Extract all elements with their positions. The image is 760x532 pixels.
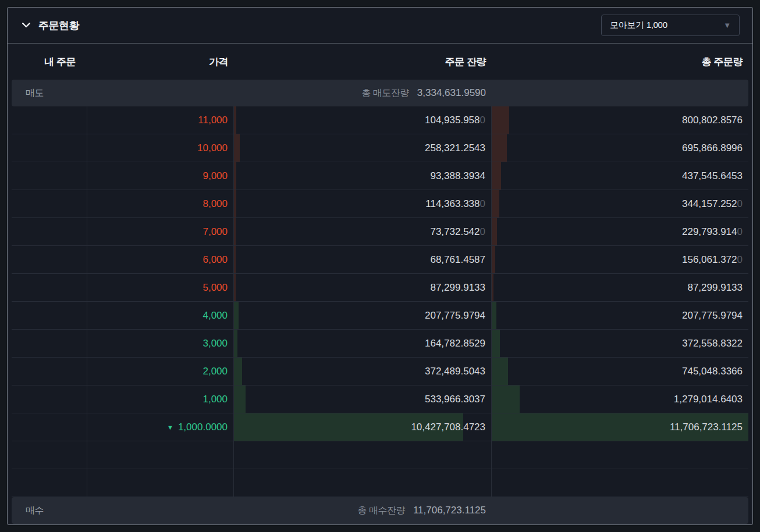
orderbook-table: 내 주문 가격 주문 잔량 총 주문량 매도 총 매도잔량 3,334,631.… <box>12 44 748 524</box>
header-my-order: 내 주문 <box>12 55 87 69</box>
remaining-qty-cell <box>234 469 492 497</box>
remaining-depth-bar <box>234 358 242 385</box>
orderbook-row[interactable]: 7,000 73,732.5420 229,793.9140 <box>12 218 748 246</box>
remaining-depth-bar <box>234 190 236 217</box>
remaining-depth-bar <box>234 302 239 329</box>
header-remaining: 주문 잔량 <box>234 55 492 69</box>
remaining-depth-bar <box>234 106 236 134</box>
price-value: 8,000 <box>203 198 228 210</box>
price-cell[interactable] <box>87 441 234 469</box>
collapse-chevron-icon[interactable] <box>22 21 31 30</box>
my-order-cell <box>12 218 87 245</box>
price-cell[interactable]: 10,000 <box>87 134 234 162</box>
price-value: 7,000 <box>203 226 228 238</box>
header-total-volume: 총 주문량 <box>492 55 748 69</box>
group-view-dropdown[interactable]: 모아보기 1,000 ▼ <box>601 15 740 36</box>
total-qty-cell <box>492 469 748 497</box>
my-order-cell <box>12 106 87 134</box>
price-cell[interactable]: 9,000 <box>87 162 234 190</box>
price-value: 3,000 <box>203 338 228 349</box>
price-cell[interactable]: 8,000 <box>87 190 234 217</box>
sell-side-label: 매도 <box>12 87 44 99</box>
my-order-cell <box>12 162 87 190</box>
price-cell[interactable]: 4,000 <box>87 302 234 329</box>
my-order-cell <box>12 469 87 497</box>
orderbook-empty-row <box>12 441 748 469</box>
price-value: 1,000.0000 <box>178 422 228 433</box>
my-order-cell <box>12 441 87 469</box>
sell-total-group: 총 매도잔량 3,334,631.9590 <box>361 87 486 99</box>
my-order-cell <box>12 358 87 385</box>
price-cell[interactable]: 7,000 <box>87 218 234 245</box>
orderbook-row[interactable]: 10,000 258,321.2543 695,866.8996 <box>12 134 748 162</box>
orderbook-row[interactable]: 11,000 104,935.9580 800,802.8576 <box>12 106 748 134</box>
orderbook-row[interactable]: ▼ 1,000.0000 10,427,708.4723 11,706,723.… <box>12 413 748 441</box>
remaining-qty-cell: 10,427,708.4723 <box>234 413 492 441</box>
price-value: 10,000 <box>197 142 228 154</box>
remaining-qty-cell: 87,299.9133 <box>234 274 492 301</box>
total-qty-cell: 1,279,014.6403 <box>492 385 748 413</box>
price-cell[interactable]: 5,000 <box>87 274 234 301</box>
sell-total-label: 총 매도잔량 <box>361 87 409 99</box>
remaining-depth-bar <box>234 385 246 413</box>
price-value: 4,000 <box>203 310 228 322</box>
caret-down-icon: ▼ <box>723 22 731 29</box>
my-order-cell <box>12 330 87 357</box>
total-depth-bar <box>492 330 500 357</box>
header-price: 가격 <box>87 55 234 69</box>
total-depth-bar <box>492 274 493 301</box>
price-cell[interactable]: ▼ 1,000.0000 <box>87 413 234 441</box>
orderbook-row[interactable]: 1,000 533,966.3037 1,279,014.6403 <box>12 385 748 413</box>
total-qty-cell: 437,545.6453 <box>492 162 748 190</box>
remaining-qty-cell: 258,321.2543 <box>234 134 492 162</box>
total-depth-bar <box>492 385 520 413</box>
price-cell[interactable]: 11,000 <box>87 106 234 134</box>
orderbook-row[interactable]: 2,000 372,489.5043 745,048.3366 <box>12 358 748 385</box>
price-value: 11,000 <box>198 115 228 126</box>
total-qty-cell: 344,157.2520 <box>492 190 748 217</box>
total-qty-cell <box>492 441 748 469</box>
remaining-qty-cell: 68,761.4587 <box>234 246 492 273</box>
remaining-depth-bar <box>234 246 236 273</box>
total-depth-bar <box>492 246 495 273</box>
price-cell[interactable]: 3,000 <box>87 330 234 357</box>
price-value: 1,000 <box>203 394 228 405</box>
total-qty-cell: 207,775.9794 <box>492 302 748 329</box>
price-value: 6,000 <box>203 254 228 266</box>
my-order-cell <box>12 274 87 301</box>
remaining-depth-bar <box>234 218 236 245</box>
sell-summary-bar: 매도 총 매도잔량 3,334,631.9590 <box>12 80 748 106</box>
total-qty-cell: 745,048.3366 <box>492 358 748 385</box>
panel-title: 주문현황 <box>38 19 79 33</box>
panel-header: 주문현황 모아보기 1,000 ▼ <box>8 8 752 44</box>
remaining-qty-cell: 164,782.8529 <box>234 330 492 357</box>
buy-total-group: 총 매수잔량 11,706,723.1125 <box>357 505 486 517</box>
remaining-qty-cell: 93,388.3934 <box>234 162 492 190</box>
remaining-depth-bar <box>234 134 240 162</box>
price-cell[interactable]: 1,000 <box>87 385 234 413</box>
orderbook-row[interactable]: 5,000 87,299.9133 87,299.9133 <box>12 274 748 302</box>
total-depth-bar <box>492 134 507 162</box>
remaining-qty-cell: 114,363.3380 <box>234 190 492 217</box>
total-depth-bar <box>492 302 496 329</box>
orderbook-row[interactable]: 3,000 164,782.8529 372,558.8322 <box>12 330 748 358</box>
orderbook-row[interactable]: 8,000 114,363.3380 344,157.2520 <box>12 190 748 218</box>
price-cell[interactable] <box>87 469 234 497</box>
buy-summary-bar: 매수 총 매수잔량 11,706,723.1125 <box>12 497 748 524</box>
orderbook-row[interactable]: 9,000 93,388.3934 437,545.6453 <box>12 162 748 190</box>
orderbook-empty-row <box>12 469 748 497</box>
sell-total-value: 3,334,631.9590 <box>417 87 486 99</box>
price-value: 2,000 <box>203 366 228 377</box>
price-cell[interactable]: 2,000 <box>87 358 234 385</box>
orderbook-row[interactable]: 4,000 207,775.9794 207,775.9794 <box>12 302 748 330</box>
total-qty-cell: 156,061.3720 <box>492 246 748 273</box>
price-cell[interactable]: 6,000 <box>87 246 234 273</box>
buy-side-label: 매수 <box>12 505 44 517</box>
total-qty-cell: 800,802.8576 <box>492 106 748 134</box>
my-order-cell <box>12 385 87 413</box>
remaining-depth-bar <box>234 330 237 357</box>
orderbook-row[interactable]: 6,000 68,761.4587 156,061.3720 <box>12 246 748 274</box>
buy-total-label: 총 매수잔량 <box>357 505 404 517</box>
remaining-depth-bar <box>234 274 236 301</box>
price-down-arrow-icon: ▼ <box>167 424 173 431</box>
